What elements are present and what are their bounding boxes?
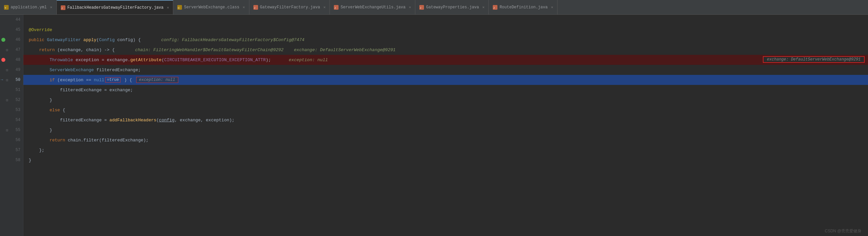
tab-fallback[interactable]: J FallbackHeadersGatewayFilterFactory.ja…: [57, 0, 174, 15]
line-number-49: 49: [16, 68, 20, 72]
paren-close-48: );: [266, 57, 271, 62]
fold-icon-47: ⊡: [6, 48, 8, 52]
code-line-49: ServerWebExchange filteredExchange;: [23, 65, 868, 75]
code-line-57: };: [23, 145, 868, 155]
brace-53: {: [60, 108, 65, 113]
svg-text:J: J: [335, 7, 336, 9]
tab-gff-close[interactable]: ✕: [323, 5, 326, 9]
tab-gatewayproperties[interactable]: J GatewayProperties.java ✕: [415, 0, 489, 15]
method-getattribute: getAttribute: [130, 57, 162, 62]
indent-48: [29, 57, 50, 62]
code-54b: , exchange, exception);: [175, 118, 235, 123]
code-line-56: return chain.filter(filteredExchange);: [23, 135, 868, 145]
gutter-line-54: 54: [0, 115, 23, 125]
line-number-54: 54: [16, 118, 20, 122]
tab-serverwebexchangeutils-label: ServerWebExchangeUtils.java: [341, 5, 405, 10]
debug-hint-47: chain: FilteringWebHandler$DefaultGatewa…: [125, 48, 395, 52]
line-number-56: 56: [16, 138, 20, 142]
code-51: filteredExchange = exchange;: [60, 87, 133, 93]
gutter: 44 45 46 47 ⊡ 48 49 ⊡ 50 → ⊡: [0, 15, 23, 236]
paren-open-46: (: [96, 37, 99, 43]
gutter-line-47: 47 ⊡: [0, 45, 23, 55]
svg-text:Y: Y: [5, 7, 6, 9]
java-file-icon-sweu: J: [334, 5, 339, 10]
breakpoint-48[interactable]: [1, 58, 5, 62]
tab-serverwebexchange-close[interactable]: ✕: [243, 5, 245, 9]
fold-icon-55: ⊡: [6, 128, 8, 132]
paren-54: (: [156, 118, 159, 123]
line-number-52: 52: [16, 98, 20, 102]
paren-close-46: ) {: [133, 37, 141, 43]
brace-close-52: }: [50, 98, 52, 103]
tab-gp-close[interactable]: ✕: [483, 5, 485, 9]
indent-55: [29, 128, 50, 133]
java-file-icon-gp: J: [419, 5, 424, 10]
const-circuitbreaker: CIRCUITBREAKER_EXECUTION_EXCEPTION_ATTR: [164, 57, 266, 62]
debug-hint-48: exception: null: [281, 57, 328, 62]
kw-else: else: [50, 108, 60, 113]
code-line-47: return (exchange, chain) -> { chain: Fil…: [23, 45, 868, 55]
code-56: chain.filter(filteredExchange);: [68, 138, 149, 143]
tab-yml-close[interactable]: ✕: [50, 5, 53, 9]
tab-routedefinition[interactable]: J RouteDefinition.java ✕: [489, 0, 558, 15]
yaml-file-icon: Y: [4, 5, 9, 10]
gutter-line-50: 50 → ⊡: [0, 75, 23, 85]
line-number-55: 55: [16, 128, 20, 132]
kw-null-50: null: [94, 78, 104, 83]
class-file-icon: C: [177, 5, 182, 10]
line-number-45: 45: [16, 27, 20, 32]
code-line-53: else {: [23, 105, 868, 115]
code-area[interactable]: @Override public GatewayFilter apply ( C…: [23, 15, 868, 236]
tab-routedefinition-label: RouteDefinition.java: [499, 5, 548, 10]
gutter-line-52: 52 ⊡: [0, 95, 23, 105]
line-number-57: 57: [16, 148, 20, 152]
code-line-44: [23, 15, 868, 25]
type-serverwebexchange: ServerWebExchange: [50, 68, 96, 73]
var-exception-48: exception = exchange.: [75, 57, 130, 62]
tab-serverwebexchangeutils[interactable]: J ServerWebExchangeUtils.java ✕: [330, 0, 415, 15]
code-line-48: Throwable exception = exchange. getAttri…: [23, 55, 868, 65]
java-file-icon-rd: J: [493, 5, 497, 10]
kw-return-56: return: [50, 138, 68, 143]
tab-fallback-close[interactable]: ✕: [167, 5, 169, 10]
svg-text:J: J: [493, 7, 495, 9]
svg-text:C: C: [178, 7, 180, 9]
indent-56: [29, 138, 50, 143]
gutter-line-49: 49 ⊡: [0, 65, 23, 75]
java-file-icon-gff: J: [253, 5, 258, 10]
kw-public-46: public: [29, 37, 47, 43]
gutter-line-56: 56: [0, 135, 23, 145]
tab-gatewayfilterfactory-label: GatewayFilterFactory.java: [260, 5, 320, 10]
brace-close-55: }: [50, 128, 52, 133]
line-number-50: 50: [16, 78, 20, 82]
paren-48: (: [162, 57, 164, 62]
tab-rd-close[interactable]: ✕: [551, 5, 553, 9]
fold-icon-52: ⊡: [6, 98, 8, 102]
fold-icon-50: ⊡: [6, 78, 8, 82]
tab-sweu-close[interactable]: ✕: [409, 5, 411, 9]
tab-yml[interactable]: Y application.yml ✕: [0, 0, 57, 15]
code-line-52: }: [23, 95, 868, 105]
svg-text:J: J: [420, 7, 421, 9]
type-gatewayfilter: GatewayFilter: [47, 37, 84, 43]
gutter-line-48: 48: [0, 55, 23, 65]
svg-text:J: J: [254, 7, 255, 9]
indent-51: [29, 87, 60, 93]
code-line-50: if (exception == null =true ) { exceptio…: [23, 75, 868, 85]
tab-gatewayfilterfactory[interactable]: J GatewayFilterFactory.java ✕: [249, 0, 330, 15]
gutter-line-55: 55 ⊡: [0, 125, 23, 135]
tab-fallback-label: FallbackHeadersGatewayFilterFactory.java: [67, 5, 163, 10]
svg-text:J: J: [61, 7, 63, 9]
code-line-54: filteredExchange = addFallbackHeaders ( …: [23, 115, 868, 125]
java-file-icon-fallback: J: [61, 5, 65, 10]
gutter-line-57: 57: [0, 145, 23, 155]
tab-serverwebexchange[interactable]: C ServerWebExchange.class ✕: [173, 0, 249, 15]
gutter-line-53: 53: [0, 105, 23, 115]
fold-icon-49: ⊡: [6, 68, 8, 72]
gutter-line-51: 51: [0, 85, 23, 95]
code-line-45: @Override: [23, 25, 868, 35]
indent-54: [29, 118, 60, 123]
line-number-48: 48: [16, 57, 20, 62]
debug-hint-46: config: FallbackHeadersGatewayFilterFact…: [151, 37, 304, 43]
line-number-58: 58: [16, 158, 20, 162]
